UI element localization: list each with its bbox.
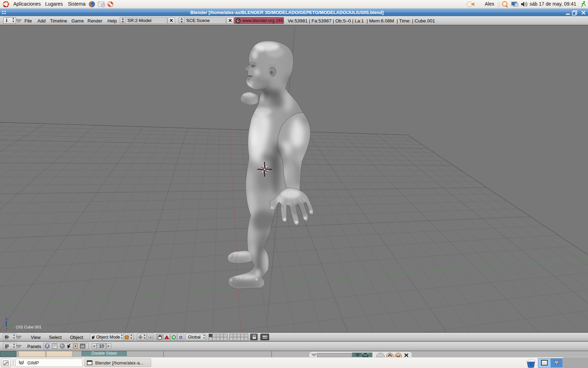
svg-text:y: y	[12, 321, 13, 325]
svg-text:Z: Z	[5, 317, 7, 321]
svg-text:(10) Cube.001: (10) Cube.001	[16, 325, 42, 329]
svg-text:x: x	[6, 327, 8, 330]
